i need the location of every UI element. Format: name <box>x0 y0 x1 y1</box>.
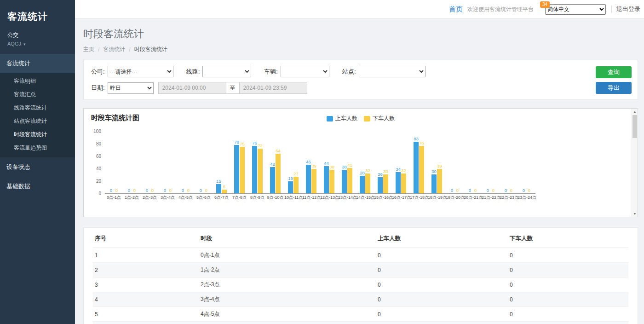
legend-label: 上车人数 <box>335 115 357 122</box>
sidebar-section[interactable]: 客流统计 <box>0 54 75 73</box>
legend-item[interactable]: 上车人数 <box>327 115 357 122</box>
bar-value-label: 76 <box>419 141 424 145</box>
bar[interactable] <box>216 184 221 193</box>
table-cell: 0 <box>508 307 628 322</box>
table-row[interactable]: 21点-2点00 <box>93 263 628 278</box>
table-cell: 0 <box>376 322 508 324</box>
notification-badge[interactable]: 34 <box>540 1 550 8</box>
sidebar-item[interactable]: 客流明细 <box>0 75 75 88</box>
bar-column: 0 <box>521 188 526 194</box>
bar[interactable] <box>293 177 299 193</box>
sidebar-item[interactable]: 客流汇总 <box>0 88 75 101</box>
chart-card: 时段车流统计图 上车人数下车人数 020406080100 0000000000… <box>83 108 638 217</box>
bar[interactable] <box>288 181 293 193</box>
table-row[interactable]: 43点-4点00 <box>93 292 628 307</box>
bar-value-label: 19 <box>288 176 293 181</box>
language-select[interactable]: 简体中文 <box>545 4 606 15</box>
sidebar-item[interactable]: 线路客流统计 <box>0 101 75 115</box>
bar-value-label: 26 <box>378 172 383 177</box>
bar-column: 0 <box>473 188 478 194</box>
station-select[interactable] <box>359 66 426 77</box>
sidebar-section[interactable]: 设备状态 <box>0 157 75 177</box>
bar-value-label: 0 <box>528 188 530 193</box>
vehicle-label: 车辆: <box>264 68 278 76</box>
bar-column: 30 <box>431 169 437 194</box>
table-row[interactable]: 10点-1点00 <box>93 248 628 263</box>
x-axis-label: 2点-3点 <box>141 195 159 201</box>
date-preset-select[interactable]: 昨日 <box>108 82 154 94</box>
export-button[interactable]: 导出 <box>596 82 632 94</box>
bar-column: 39 <box>311 164 316 194</box>
bar[interactable] <box>437 169 442 193</box>
bar[interactable] <box>324 166 329 193</box>
bar[interactable] <box>414 142 419 193</box>
x-axis-label: 0点-1点 <box>105 195 123 201</box>
breadcrumb-item[interactable]: 客流统计 <box>103 46 125 53</box>
bar[interactable] <box>419 146 424 193</box>
bar[interactable] <box>401 174 406 193</box>
legend-item[interactable]: 下车人数 <box>364 115 395 122</box>
bar-value-label: 0 <box>205 188 207 193</box>
bar-group: 3432 <box>392 131 410 193</box>
bar-column: 0 <box>132 188 137 194</box>
chart-scrollbar[interactable]: ▲ ▼ <box>632 109 638 217</box>
app-brand: 客流统计 <box>0 0 75 23</box>
x-axis-label: 4点-5点 <box>177 195 195 201</box>
bar[interactable] <box>311 169 316 193</box>
sidebar-item[interactable]: 站点客流统计 <box>0 115 75 128</box>
bar[interactable] <box>396 172 401 193</box>
bar[interactable] <box>347 168 352 193</box>
bar-value-label: 0 <box>110 188 112 193</box>
sidebar-section[interactable]: 基础数据 <box>0 177 75 196</box>
bar[interactable] <box>276 154 281 193</box>
bar-column: 72 <box>258 144 263 194</box>
bar[interactable] <box>360 176 365 193</box>
table-row[interactable]: 65点-6点00 <box>93 322 628 324</box>
bar[interactable] <box>329 170 334 193</box>
breadcrumb-item[interactable]: 时段客流统计 <box>134 46 167 53</box>
bar[interactable] <box>258 149 263 193</box>
line-select[interactable] <box>202 66 251 77</box>
breadcrumb-separator: / <box>129 46 130 53</box>
bar-column: 34 <box>396 167 401 194</box>
bar-column: 0 <box>162 188 167 194</box>
date-end-input[interactable] <box>239 82 307 94</box>
bar[interactable] <box>378 177 383 193</box>
bar-chart: 020406080100 000000000000156787576724264… <box>91 132 535 201</box>
bar-value-label: 38 <box>342 165 347 169</box>
bar[interactable] <box>240 147 245 193</box>
bar[interactable] <box>306 165 311 193</box>
bar[interactable] <box>383 174 388 193</box>
bar-value-label: 64 <box>276 149 281 153</box>
bar-group: 7875 <box>230 131 248 193</box>
bar[interactable] <box>365 174 370 193</box>
bar[interactable] <box>270 167 275 193</box>
bar-column: 15 <box>216 179 221 194</box>
scroll-down-icon[interactable]: ▼ <box>632 211 638 217</box>
breadcrumb-item[interactable]: 主页 <box>83 46 94 53</box>
x-axis-label: 13点-14点 <box>338 195 356 201</box>
bar[interactable] <box>431 174 437 193</box>
logout-link[interactable]: 退出登录 <box>616 5 640 13</box>
scrollbar-thumb[interactable] <box>632 115 637 138</box>
home-link[interactable]: 首页 <box>449 5 463 14</box>
vehicle-select[interactable] <box>281 66 329 77</box>
table-row[interactable]: 54点-5点00 <box>93 307 628 322</box>
bar-column: 0 <box>180 188 185 194</box>
bar-value-label: 0 <box>456 188 459 193</box>
scroll-up-icon[interactable]: ▲ <box>632 109 638 115</box>
bar[interactable] <box>234 145 239 193</box>
bar-value-label: 0 <box>505 188 507 193</box>
x-axis-label: 15点-16点 <box>374 195 392 201</box>
org-selector[interactable]: AQGJ ▾ <box>0 39 75 54</box>
bar[interactable] <box>252 146 257 193</box>
query-button[interactable]: 查询 <box>596 66 632 78</box>
date-start-input[interactable] <box>158 82 226 94</box>
bar[interactable] <box>222 190 227 193</box>
company-select[interactable]: ---请选择--- <box>108 66 173 77</box>
sidebar-item[interactable]: 客流量趋势图 <box>0 141 75 155</box>
sidebar-item[interactable]: 时段客流统计 <box>0 128 75 141</box>
company-label: 公司: <box>91 68 105 76</box>
table-row[interactable]: 32点-3点00 <box>93 278 628 292</box>
bar[interactable] <box>342 170 347 193</box>
